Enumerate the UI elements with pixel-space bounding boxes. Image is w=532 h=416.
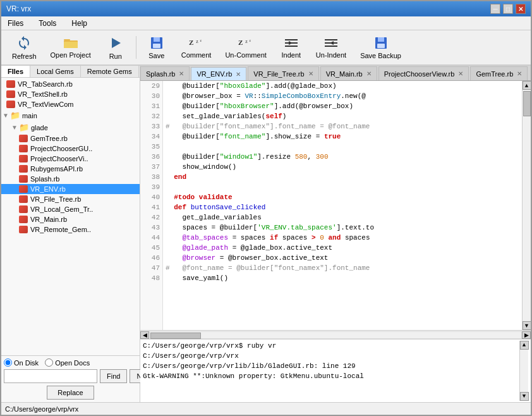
log-scroll-up[interactable]: ▲ [520,341,529,350]
ruby-file-icon [19,155,28,162]
menu-help[interactable]: Help [68,18,91,29]
list-item[interactable]: VR_Main.rb [1,214,140,224]
h-scroll-track[interactable] [149,331,522,339]
find-button[interactable]: Find [100,369,127,383]
list-item[interactable]: VR_Local_Gem_Tr.. [1,204,140,214]
list-item[interactable]: VR_Remote_Gem.. [1,224,140,235]
title-bar: VR: vrx ─ □ ✕ [1,1,531,16]
tab-vr-env[interactable]: VR_ENV.rb ✕ [191,67,246,81]
log-line: Gtk-WARNING **:Unknown property: GtkMenu… [143,371,519,381]
window-controls: ─ □ ✕ [490,4,526,14]
list-item[interactable]: VR_File_Tree.rb [1,194,140,204]
comment-label: Comment [181,51,212,59]
tab-gemtree-label: GemTree.rb [476,70,513,78]
tab-splash-close[interactable]: ✕ [179,70,184,77]
main-content: FIles Local Gems Remote Gems VR_TabSearc… [1,66,531,402]
tab-vr-main[interactable]: VR_Main.rb ✕ [320,66,377,80]
menu-tools[interactable]: Tools [35,18,60,29]
tab-vr-main-label: VR_Main.rb [326,70,363,78]
scroll-right-btn[interactable]: ▶ [522,331,531,339]
scroll-left-btn[interactable]: ◀ [140,331,149,339]
comment-button[interactable]: Zzz Comment [176,33,217,62]
radio-open-docs-label: Open Docs [55,359,90,367]
open-project-button[interactable]: Open Project [45,33,97,62]
tab-gemtree-close[interactable]: ✕ [517,70,522,77]
line-numbers: 29 30 31 32 33 34 35 36 37 38 39 40 41 4… [140,81,163,330]
find-input[interactable] [4,369,97,383]
h-scroll-thumb[interactable] [150,333,201,339]
tab-vr-filetree-label: VR_File_Tree.rb [253,70,304,78]
list-item[interactable]: ▼ 📁 glade [1,121,140,133]
list-item[interactable]: Splash.rb [1,174,140,184]
tab-splash[interactable]: Splash.rb ✕ [140,66,190,80]
refresh-label: Refresh [12,52,37,60]
log-area: C:/Users/george/vrp/vrx$ ruby vr C:/User… [140,339,531,402]
unindent-button[interactable]: Un-Indent [310,33,352,62]
list-item[interactable]: VR_TextShell.rb [1,89,140,99]
tab-projectchooserview-close[interactable]: ✕ [458,70,463,77]
log-scrollbar[interactable]: ▲ ▼ [519,341,528,401]
menu-files[interactable]: Files [4,18,27,29]
log-scroll-down[interactable]: ▼ [520,392,529,401]
tab-files[interactable]: FIles [1,66,30,77]
file-label: VR_Remote_Gem.. [30,226,91,233]
left-panel: FIles Local Gems Remote Gems VR_TabSearc… [1,66,140,402]
list-item-selected[interactable]: VR_ENV.rb [1,184,140,194]
tab-gemtree[interactable]: GemTree.rb ✕ [470,66,528,80]
ruby-file-icon [6,101,15,108]
uncomment-button[interactable]: Zzz Un-Comment [219,33,272,62]
scroll-down-btn[interactable]: ▼ [523,321,531,330]
tab-vr-env-close[interactable]: ✕ [236,71,241,78]
radio-on-disk[interactable]: On Disk [4,358,39,367]
file-label: RubygemsAPI.rb [30,165,83,173]
file-label: VR_ENV.rb [30,185,66,193]
list-item[interactable]: ProjectChooserVi.. [1,154,140,164]
file-tree[interactable]: VR_TabSearch.rb VR_TextShell.rb VR_TextV… [1,78,140,355]
list-item[interactable]: ProjectChooserGU.. [1,144,140,154]
list-item[interactable]: VR_TextViewCom [1,99,140,109]
list-item[interactable]: GemTree.rb [1,133,140,144]
save-label: Save [148,52,164,59]
toolbar: Refresh Open Project Run Save Zzz Commen [1,30,531,66]
tab-vr-main-close[interactable]: ✕ [366,70,372,77]
radio-open-docs-input[interactable] [45,358,53,367]
tab-local-gems[interactable]: Local Gems [30,66,81,77]
refresh-icon [16,35,32,51]
svg-text:z: z [250,38,251,42]
tab-vr-filetree[interactable]: VR_File_Tree.rb ✕ [248,66,318,80]
code-content[interactable]: @builder["hboxGlade"].add(@glade_box) @b… [163,81,522,330]
scroll-thumb[interactable] [523,91,531,116]
file-label: GemTree.rb [30,135,68,142]
save-icon [149,36,164,50]
maximize-button[interactable]: □ [503,4,513,14]
log-line: C:/Users/george/vrp/vrx$ ruby vr [143,341,519,351]
tab-remote-gems[interactable]: Remote Gems [81,66,139,77]
file-label: VR_Main.rb [30,216,67,223]
replace-button[interactable]: Replace [47,386,94,400]
horizontal-scrollbar[interactable]: ◀ ▶ [140,330,531,339]
uncomment-label: Un-Comment [225,51,266,59]
list-item[interactable]: ▼ 📁 main [1,109,140,121]
tab-vr-filetree-close[interactable]: ✕ [308,70,313,77]
minimize-button[interactable]: ─ [490,4,500,14]
save-button[interactable]: Save [140,33,173,62]
list-item[interactable]: RubygemsAPI.rb [1,164,140,174]
svg-rect-15 [285,46,298,47]
indent-button[interactable]: Indent [275,33,308,62]
scroll-up-btn[interactable]: ▲ [523,81,531,90]
tab-projectchooserview[interactable]: ProjectChooserView.rb ✕ [378,66,469,80]
save-backup-button[interactable]: Save Backup [354,33,407,62]
svg-rect-19 [325,46,337,47]
refresh-button[interactable]: Refresh [6,33,42,62]
radio-open-docs[interactable]: Open Docs [45,358,90,367]
file-label: ProjectChooserGU.. [30,145,92,152]
code-editor[interactable]: 29 30 31 32 33 34 35 36 37 38 39 40 41 4… [140,81,531,330]
run-button[interactable]: Run [99,33,132,62]
close-button[interactable]: ✕ [516,4,526,14]
svg-rect-23 [377,44,385,48]
list-item[interactable]: VR_TabSearch.rb [1,79,140,89]
status-bar: C:/Users/george/vrp/vrx [1,402,531,415]
radio-on-disk-input[interactable] [4,358,12,367]
vertical-scrollbar[interactable]: ▲ ▼ [522,81,531,330]
svg-text:Z: Z [189,39,193,46]
